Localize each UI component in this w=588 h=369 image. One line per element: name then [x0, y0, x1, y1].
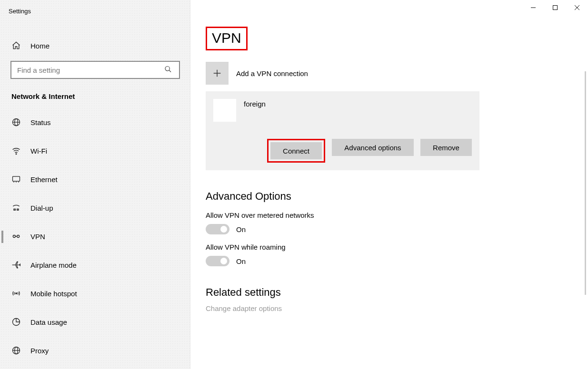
proxy-icon [11, 346, 21, 355]
sidebar-item-label: Mobile hotspot [30, 290, 77, 298]
sidebar-item-label: VPN [30, 233, 45, 241]
home-icon [11, 41, 21, 50]
close-button[interactable] [566, 0, 588, 15]
vpn-connection-actions: Connect Advanced options Remove [213, 139, 472, 163]
vpn-icon [11, 232, 21, 241]
plus-icon [206, 62, 229, 85]
metered-toggle[interactable] [206, 224, 229, 234]
change-adapter-link[interactable]: Change adapter options [206, 304, 577, 312]
svg-rect-1 [553, 6, 558, 10]
sidebar-item-hotspot[interactable]: Mobile hotspot [0, 279, 190, 308]
vpn-connection-icon [213, 99, 236, 122]
svg-point-12 [17, 235, 20, 238]
sidebar: Settings Home Network & Internet Status [0, 0, 190, 369]
remove-button[interactable]: Remove [420, 139, 472, 156]
connect-highlight: Connect [267, 139, 325, 163]
sidebar-item-home[interactable]: Home [0, 34, 190, 57]
sidebar-item-wifi[interactable]: Wi-Fi [0, 136, 190, 165]
svg-point-11 [13, 235, 15, 238]
related-settings-heading: Related settings [206, 286, 577, 299]
sidebar-item-ethernet[interactable]: Ethernet [0, 165, 190, 194]
scrollbar[interactable] [585, 71, 586, 295]
sidebar-item-label: Airplane mode [30, 261, 77, 269]
connect-button[interactable]: Connect [270, 142, 322, 159]
airplane-icon [11, 260, 21, 270]
sidebar-item-dialup[interactable]: Dial-up [0, 194, 190, 222]
sidebar-item-status[interactable]: Status [0, 108, 190, 136]
sidebar-item-label: Wi-Fi [30, 147, 47, 155]
metered-state: On [236, 225, 246, 233]
maximize-button[interactable] [544, 0, 566, 15]
add-vpn-row[interactable]: Add a VPN connection [206, 62, 577, 85]
hotspot-icon [11, 289, 21, 298]
sidebar-item-vpn[interactable]: VPN [0, 222, 190, 251]
roaming-label: Allow VPN while roaming [206, 243, 577, 251]
sidebar-nav: Status Wi-Fi Ethernet Dial-up [0, 108, 190, 365]
sidebar-category: Network & Internet [0, 92, 190, 100]
svg-point-13 [16, 293, 17, 294]
sidebar-item-proxy[interactable]: Proxy [0, 336, 190, 365]
sidebar-item-label: Ethernet [30, 175, 58, 184]
sidebar-item-label: Status [30, 118, 51, 126]
search-input[interactable] [10, 61, 180, 79]
metered-label: Allow VPN over metered networks [206, 211, 577, 219]
ethernet-icon [11, 175, 21, 184]
app-title: Settings [0, 6, 190, 21]
main-content: VPN Add a VPN connection foreign Connect… [190, 0, 588, 369]
metered-toggle-row: On [206, 224, 577, 234]
minimize-button[interactable] [522, 0, 544, 15]
search-wrap [0, 61, 190, 79]
wifi-icon [11, 146, 21, 155]
svg-line-5 [169, 70, 171, 72]
vpn-connection-card[interactable]: foreign Connect Advanced options Remove [206, 91, 479, 170]
advanced-options-button[interactable]: Advanced options [332, 139, 414, 156]
globe-icon [11, 117, 21, 127]
page-title: VPN [206, 27, 248, 50]
data-usage-icon [11, 317, 21, 327]
vpn-connection-header: foreign [213, 99, 472, 122]
sidebar-item-label: Data usage [30, 318, 67, 326]
search-icon [164, 66, 172, 75]
advanced-options-heading: Advanced Options [206, 190, 577, 203]
roaming-state: On [236, 257, 246, 265]
roaming-toggle[interactable] [206, 256, 229, 266]
window-controls [522, 0, 588, 15]
sidebar-item-label: Home [30, 42, 50, 50]
phone-icon [11, 203, 21, 213]
vpn-connection-name: foreign [244, 100, 266, 108]
svg-point-9 [16, 154, 17, 155]
sidebar-item-label: Proxy [30, 347, 49, 355]
sidebar-item-datausage[interactable]: Data usage [0, 308, 190, 336]
roaming-toggle-row: On [206, 256, 577, 266]
sidebar-item-label: Dial-up [30, 204, 53, 212]
add-vpn-label: Add a VPN connection [236, 69, 308, 78]
sidebar-item-airplane[interactable]: Airplane mode [0, 251, 190, 279]
svg-rect-10 [13, 176, 20, 181]
svg-point-4 [165, 67, 169, 71]
